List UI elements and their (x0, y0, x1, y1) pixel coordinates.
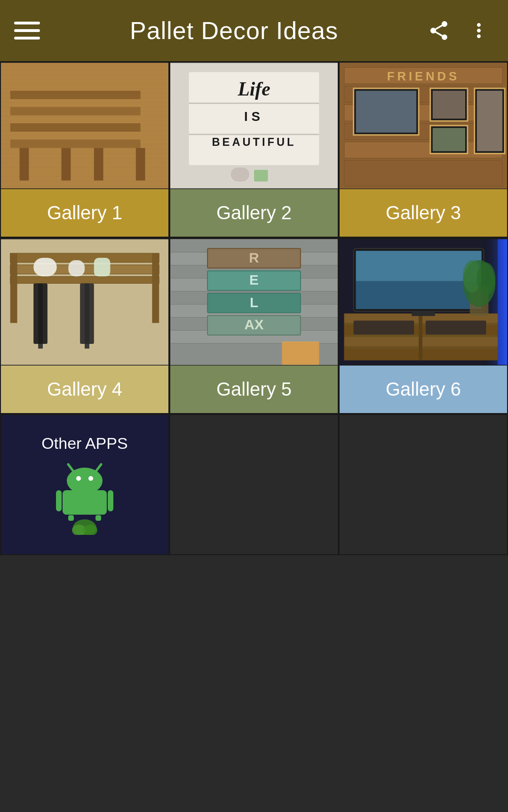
gallery-item-2[interactable]: Life IS BEAUTIFUL Gallery 2 (169, 61, 339, 238)
svg-rect-38 (477, 91, 502, 151)
svg-rect-51 (152, 253, 159, 323)
gallery-item-1[interactable]: Gallery 1 (0, 61, 169, 238)
svg-rect-36 (433, 128, 465, 151)
svg-rect-42 (10, 277, 159, 284)
svg-rect-80 (354, 321, 414, 335)
app-header: Pallet Decor Ideas (0, 0, 508, 61)
svg-point-93 (67, 468, 103, 494)
svg-rect-45 (94, 258, 111, 277)
gallery-label-1: Gallery 1 (1, 189, 168, 237)
more-options-button[interactable] (463, 16, 494, 46)
gallery-image-6 (340, 239, 507, 366)
svg-text:BEAUTIFUL: BEAUTIFUL (212, 136, 296, 148)
svg-rect-49 (80, 283, 94, 344)
svg-text:L: L (250, 295, 258, 310)
gallery-item-6[interactable]: Gallery 6 (339, 238, 508, 414)
gallery-image-5: R E L AX (170, 239, 338, 366)
share-button[interactable] (423, 16, 454, 46)
svg-text:Life: Life (237, 78, 270, 100)
other-apps-item[interactable]: Other APPS (0, 414, 169, 555)
svg-rect-44 (68, 260, 85, 277)
svg-rect-20 (231, 167, 250, 182)
svg-rect-32 (356, 91, 417, 133)
gallery-image-2: Life IS BEAUTIFUL (170, 62, 338, 189)
svg-text:FRIENDS: FRIENDS (387, 70, 460, 83)
svg-text:E: E (249, 272, 259, 287)
svg-rect-10 (1, 63, 168, 189)
svg-point-90 (477, 263, 496, 295)
page-title: Pallet Decor Ideas (45, 16, 423, 45)
gallery-label-6: Gallery 6 (340, 366, 507, 413)
android-icon (54, 460, 115, 521)
svg-rect-98 (108, 490, 113, 511)
gallery-item-3[interactable]: FRIENDS Gallery 3 (339, 61, 508, 238)
svg-rect-21 (254, 170, 268, 182)
gallery-item-5[interactable]: R E L AX Gallery 5 (169, 238, 339, 414)
gallery-label-3: Gallery 3 (340, 189, 507, 237)
svg-rect-97 (56, 490, 62, 511)
more-icon (468, 19, 490, 42)
empty-cell-2 (339, 414, 508, 555)
svg-rect-34 (433, 91, 465, 119)
svg-point-95 (88, 476, 93, 481)
svg-rect-43 (33, 258, 56, 277)
android-logo (54, 460, 115, 535)
svg-text:IS: IS (244, 109, 264, 124)
header-actions (423, 16, 494, 46)
gallery-label-2: Gallery 2 (170, 189, 338, 237)
svg-text:R: R (249, 250, 259, 265)
share-icon (428, 19, 450, 42)
svg-rect-40 (10, 253, 159, 263)
svg-rect-48 (33, 283, 48, 344)
svg-rect-81 (426, 321, 486, 335)
svg-rect-86 (412, 311, 435, 316)
gallery-grid: Gallery 1 Life IS BEAUTIFUL Gallery 2 (0, 61, 508, 414)
svg-text:AX: AX (244, 317, 263, 332)
leaf-decoration (71, 516, 99, 535)
bottom-row: Other APPS (0, 414, 508, 555)
gallery-image-4 (1, 239, 168, 366)
gallery-label-4: Gallery 4 (1, 366, 168, 413)
svg-rect-50 (10, 253, 17, 323)
svg-rect-96 (63, 490, 107, 515)
empty-cell-1 (169, 414, 339, 555)
other-apps-label: Other APPS (41, 434, 127, 453)
svg-rect-84 (356, 251, 482, 281)
gallery-image-3: FRIENDS (340, 62, 507, 189)
bottom-bar (0, 555, 508, 597)
svg-rect-70 (282, 342, 319, 365)
gallery-item-4[interactable]: Gallery 4 (0, 238, 169, 414)
menu-button[interactable] (14, 16, 45, 46)
svg-rect-85 (356, 281, 482, 309)
svg-point-94 (76, 476, 81, 481)
gallery-label-5: Gallery 5 (170, 366, 338, 413)
svg-rect-79 (419, 314, 422, 360)
svg-rect-29 (344, 160, 502, 186)
gallery-image-1 (1, 62, 168, 189)
